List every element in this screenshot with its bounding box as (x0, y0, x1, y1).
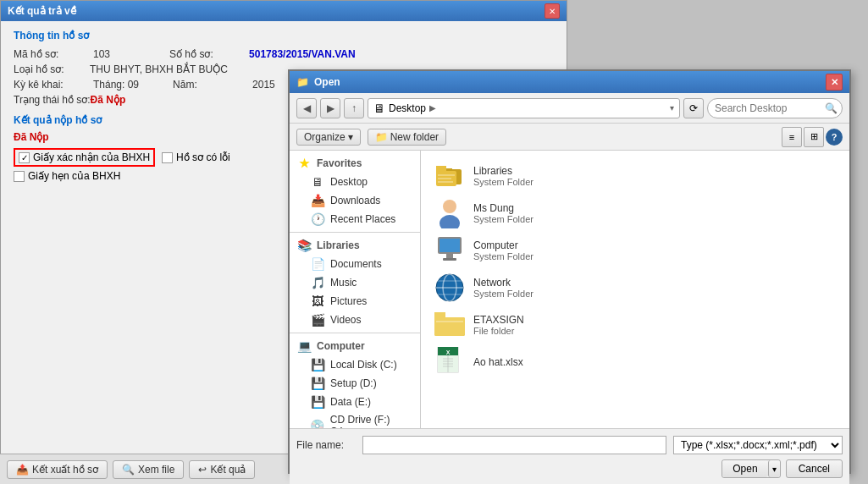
music-icon: 🎵 (310, 276, 325, 289)
bg-window-titlebar: Kết quả trả về ✕ (1, 1, 567, 21)
sidebar-item-recent-places[interactable]: 🕐 Recent Places (290, 210, 420, 228)
svg-rect-3 (436, 166, 446, 173)
favorites-header: ★ Favorites (290, 154, 420, 173)
msdung-file-icon (434, 198, 465, 228)
new-folder-label: New folder (390, 131, 439, 143)
sidebar-item-local-disk-c[interactable]: 💾 Local Disk (C:) (290, 355, 420, 374)
network-file-icon (434, 272, 465, 303)
etaxsign-file-info: ETAXSIGN File folder (473, 314, 524, 336)
network-file-info: Network System Folder (473, 277, 534, 299)
search-input[interactable] (707, 98, 843, 118)
libraries-group: 📚 Libraries 📄 Documents 🎵 Music 🖼 Pictur… (290, 236, 420, 329)
libraries-file-icon (434, 161, 465, 191)
list-item[interactable]: Network System Folder (428, 269, 843, 306)
list-item[interactable]: Computer System Folder (428, 232, 843, 269)
view-icons-button[interactable]: ⊞ (804, 127, 824, 147)
list-item[interactable]: X Ao hat.xlsx (428, 344, 843, 381)
sidebar-item-desktop[interactable]: 🖥 Desktop (290, 173, 420, 191)
view-details-button[interactable]: ≡ (782, 127, 802, 147)
aohat-file-icon: X (434, 347, 465, 377)
libraries-label: Libraries (317, 239, 360, 251)
ky-value: Tháng: 09 (93, 79, 139, 91)
sidebar-item-data-e[interactable]: 💾 Data (E:) (290, 393, 420, 411)
dialog-navigation-toolbar: ◀ ▶ ↑ 🖥 Desktop ▶ ▾ ⟳ 🔍 (290, 93, 849, 124)
computer-file-icon (434, 235, 465, 266)
sidebar-item-downloads[interactable]: 📥 Downloads (290, 191, 420, 210)
svg-text:X: X (446, 349, 451, 355)
sidebar-item-videos[interactable]: 🎬 Videos (290, 311, 420, 329)
filetype-select[interactable]: Type (*.xlsx;*.docx;*.xml;*.pdf) (673, 436, 843, 454)
svg-rect-5 (438, 178, 451, 179)
dialog-title-text: Open (314, 76, 340, 88)
computer-file-name: Computer (473, 239, 534, 251)
checkbox3-item: Giấy hẹn của BHXH (14, 170, 120, 182)
svg-point-7 (443, 200, 456, 213)
location-bar[interactable]: 🖥 Desktop ▶ ▾ (368, 98, 680, 118)
data-e-label: Data (E:) (330, 396, 371, 408)
sidebar-item-cd-drive[interactable]: 💿 CD Drive (F:) C4... (290, 411, 420, 428)
info-row-ma: Mã hồ sơ: 103 Số hồ sơ: 501783/2015/VAN.… (14, 48, 554, 60)
dialog-close-button[interactable]: ✕ (826, 74, 843, 91)
bg-window-close-button[interactable]: ✕ (545, 3, 560, 19)
open-dropdown-arrow[interactable]: ▾ (768, 460, 780, 477)
libraries-file-name: Libraries (473, 165, 534, 177)
computer-file-type: System Folder (473, 251, 534, 261)
new-folder-button[interactable]: 📁 New folder (368, 129, 446, 146)
documents-icon: 📄 (310, 257, 325, 271)
bg-window-title-text: Kết quả trả về (8, 5, 76, 17)
refresh-button[interactable]: ⟳ (683, 98, 704, 118)
new-folder-icon: 📁 (375, 131, 388, 143)
result-icon: ↩ (198, 464, 207, 476)
music-label: Music (330, 277, 357, 289)
libraries-icon: 📚 (296, 239, 312, 252)
svg-rect-22 (436, 321, 463, 322)
sidebar-item-documents[interactable]: 📄 Documents (290, 255, 420, 273)
export-button[interactable]: 📤 Kết xuất hồ sơ (7, 460, 108, 479)
so-value: 501783/2015/VAN.VAN (249, 48, 356, 60)
recent-places-icon: 🕐 (310, 212, 325, 226)
up-button[interactable]: ↑ (344, 98, 364, 118)
list-item[interactable]: Ms Dung System Folder (428, 195, 843, 232)
location-dropdown[interactable]: ▾ (670, 103, 674, 113)
computer-header[interactable]: 💻 Computer (290, 337, 420, 355)
computer-group: 💻 Computer 💾 Local Disk (C:) 💾 Setup (D:… (290, 337, 420, 428)
result-label: Kết quả (210, 464, 246, 476)
checkbox2-input[interactable] (162, 152, 173, 163)
organize-button[interactable]: Organize ▾ (296, 129, 361, 146)
sidebar-item-pictures[interactable]: 🖼 Pictures (290, 292, 420, 311)
help-button[interactable]: ? (826, 129, 843, 146)
file-grid: Libraries System Folder Ms Dung Syst (421, 151, 849, 388)
ky-label: Kỳ kê khai: (14, 79, 90, 91)
forward-button[interactable]: ▶ (320, 98, 340, 118)
svg-rect-20 (434, 317, 465, 336)
sidebar-item-music[interactable]: 🎵 Music (290, 273, 420, 292)
msdung-file-info: Ms Dung System Folder (473, 202, 534, 224)
organize-chevron: ▾ (348, 131, 353, 143)
dialog-actions-bar: Organize ▾ 📁 New folder ≡ ⊞ ? (290, 124, 849, 151)
desktop-folder-icon: 🖥 (310, 175, 325, 189)
checkbox2-label: Hồ sơ có lỗi (176, 151, 230, 163)
pictures-icon: 🖼 (310, 294, 325, 308)
checkbox1-input[interactable]: ✓ (19, 152, 30, 163)
list-item[interactable]: Libraries System Folder (428, 157, 843, 195)
aohat-file-name: Ao hat.xlsx (473, 356, 523, 368)
msdung-file-name: Ms Dung (473, 202, 534, 214)
filename-input[interactable] (362, 436, 666, 454)
msdung-file-type: System Folder (473, 214, 534, 224)
trangthai-value: Đã Nộp (91, 94, 126, 106)
result-button[interactable]: ↩ Kết quả (189, 460, 255, 479)
computer-icon: 💻 (296, 339, 312, 353)
cancel-button[interactable]: Cancel (786, 459, 843, 478)
libraries-header[interactable]: 📚 Libraries (290, 236, 420, 255)
open-button[interactable]: Open (722, 460, 767, 477)
view-label: Xem file (138, 464, 174, 476)
etaxsign-file-name: ETAXSIGN (473, 314, 524, 326)
list-item[interactable]: ETAXSIGN File folder (428, 306, 843, 344)
back-button[interactable]: ◀ (296, 98, 317, 118)
view-file-button[interactable]: 🔍 Xem file (113, 460, 184, 479)
checkbox3-input[interactable] (14, 171, 25, 182)
sidebar-item-setup-d[interactable]: 💾 Setup (D:) (290, 374, 420, 393)
loai-value: THU BHYT, BHXH BẮT BUỘC (90, 63, 228, 75)
svg-rect-6 (438, 181, 453, 183)
videos-icon: 🎬 (310, 313, 325, 327)
